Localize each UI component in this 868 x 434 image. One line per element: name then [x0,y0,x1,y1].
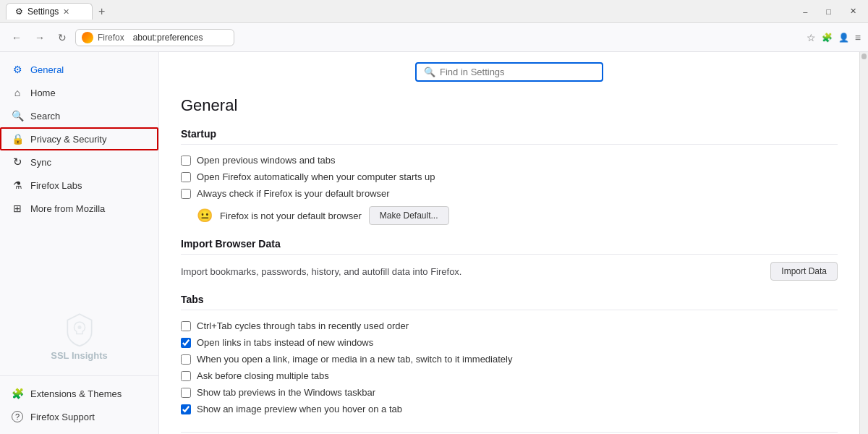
section-title: General [181,89,838,115]
sidebar-item-label: Search [30,111,60,122]
ctrl-tab-checkbox[interactable] [181,321,191,331]
tab-favicon: ⚙ [15,7,23,17]
default-check-checkbox[interactable] [181,189,191,199]
default-browser-text: Firefox is not your default browser [220,210,362,221]
sidebar-item-label: Extensions & Themes [30,388,122,399]
tab-previews-label[interactable]: Show tab previews in the Windows taskbar [197,387,375,398]
ssl-text: SSL Insights [51,350,108,361]
find-input[interactable] [440,67,595,77]
profile-icon[interactable]: 👤 [838,33,849,43]
switch-new-tab-checkbox[interactable] [181,354,191,365]
sidebar-item-sync[interactable]: ↻ Sync [0,150,158,174]
default-browser-emoji: 😐 [197,208,213,224]
sidebar-item-label: Firefox Labs [30,180,82,191]
ask-closing-checkbox[interactable] [181,371,191,381]
star-icon[interactable]: ☆ [807,32,816,43]
sidebar-item-home[interactable]: ⌂ Home [0,81,158,104]
sidebar-item-label: General [30,64,64,75]
open-prev-label[interactable]: Open previous windows and tabs [197,155,336,166]
option-default-check: Always check if Firefox is your default … [181,185,838,202]
ssl-logo-icon [61,311,98,347]
back-button[interactable]: ← [7,29,26,46]
image-preview-label[interactable]: Show an image preview when you hover on … [197,404,402,414]
sidebar-item-firefox-support[interactable]: ? Firefox Support [0,405,158,428]
sidebar-item-label: Sync [30,157,51,168]
open-links-tabs-checkbox[interactable] [181,338,191,348]
sidebar-item-label: Home [30,88,56,98]
sidebar-item-firefox-labs[interactable]: ⚗ Firefox Labs [0,174,158,197]
address-bar[interactable]: Firefox about:preferences [75,29,234,46]
ssl-watermark: SSL Insights [0,297,158,375]
auto-start-label[interactable]: Open Firefox automatically when your com… [197,171,435,182]
find-search-icon: 🔍 [424,67,435,77]
sidebar-item-label: Firefox Support [30,412,95,422]
nav-bar-right: ☆ 🧩 👤 ≡ [807,32,861,43]
address-url: about:preferences [133,33,203,43]
mozilla-icon: ⊞ [12,203,23,214]
tab-previews-checkbox[interactable] [181,388,191,398]
scrollbar[interactable] [859,52,868,434]
option-image-preview: Show an image preview when you hover on … [181,401,838,417]
default-check-label[interactable]: Always check if Firefox is your default … [197,188,390,199]
option-tab-previews: Show tab previews in the Windows taskbar [181,384,838,401]
import-section: Import Browser Data Import bookmarks, pa… [181,238,838,281]
import-data-button[interactable]: Import Data [770,262,838,281]
option-auto-start: Open Firefox automatically when your com… [181,169,838,185]
switch-new-tab-label[interactable]: When you open a link, image or media in … [197,354,512,365]
minimize-button[interactable]: – [797,6,813,17]
sidebar-item-more-mozilla[interactable]: ⊞ More from Mozilla [0,197,158,220]
browser-window: ⚙ Settings ✕ + – □ ✕ ← → ↻ Firefox about… [0,0,868,434]
new-tab-button[interactable]: + [95,5,108,18]
refresh-button[interactable]: ↻ [54,29,71,46]
ctrl-tab-label[interactable]: Ctrl+Tab cycles through tabs in recently… [197,320,409,331]
image-preview-checkbox[interactable] [181,404,191,414]
startup-section: Startup Open previous windows and tabs O… [181,128,838,225]
extensions-themes-icon: 🧩 [12,388,23,399]
svg-point-0 [77,326,81,329]
forward-button[interactable]: → [30,29,49,46]
menu-icon[interactable]: ≡ [855,32,861,43]
sidebar-nav: ⚙ General ⌂ Home 🔍 Search 🔒 Privacy & Se… [0,52,158,297]
default-browser-row: 😐 Firefox is not your default browser Ma… [197,206,838,225]
labs-icon: ⚗ [12,179,23,191]
lock-icon: 🔒 [12,133,23,145]
window-controls: – □ ✕ [797,5,862,17]
sidebar-item-extensions-themes[interactable]: 🧩 Extensions & Themes [0,382,158,405]
extensions-icon[interactable]: 🧩 [822,33,833,43]
option-open-links-tabs: Open links in tabs instead of new window… [181,334,838,351]
sidebar-bottom: 🧩 Extensions & Themes ? Firefox Support [0,375,158,434]
scrollbar-thumb[interactable] [861,54,867,59]
main-content: 🔍 General Startup Open previous windows … [159,52,859,434]
sync-icon: ↻ [12,156,23,168]
search-icon: 🔍 [12,110,23,122]
startup-title: Startup [181,128,838,145]
sidebar-item-general[interactable]: ⚙ General [0,58,158,81]
open-prev-checkbox[interactable] [181,156,191,166]
tabs-section: Tabs Ctrl+Tab cycles through tabs in rec… [181,294,838,417]
nav-bar: ← → ↻ Firefox about:preferences ☆ 🧩 👤 ≡ [0,23,868,52]
address-text: Firefox [98,33,124,43]
import-title: Import Browser Data [181,238,838,255]
open-links-tabs-label[interactable]: Open links in tabs instead of new window… [197,337,373,348]
tab-close-button[interactable]: ✕ [63,7,69,17]
auto-start-checkbox[interactable] [181,172,191,182]
sidebar-item-privacy[interactable]: 🔒 Privacy & Security [0,127,158,150]
ask-closing-label[interactable]: Ask before closing multiple tabs [197,370,329,381]
option-open-prev: Open previous windows and tabs [181,152,838,169]
home-icon: ⌂ [12,87,23,98]
active-tab[interactable]: ⚙ Settings ✕ [6,3,93,20]
page-body: ⚙ General ⌂ Home 🔍 Search 🔒 Privacy & Se… [0,52,868,434]
maximize-button[interactable]: □ [820,6,837,17]
sidebar: ⚙ General ⌂ Home 🔍 Search 🔒 Privacy & Se… [0,52,159,434]
import-description: Import bookmarks, passwords, history, an… [181,266,763,277]
sidebar-item-label: Privacy & Security [30,134,106,145]
close-button[interactable]: ✕ [844,5,862,17]
sidebar-item-search[interactable]: 🔍 Search [0,104,158,127]
title-bar-left: ⚙ Settings ✕ + [6,3,108,20]
make-default-button[interactable]: Make Default... [369,206,449,225]
section-divider [181,432,838,433]
find-bar-container: 🔍 [181,52,838,89]
option-switch-new-tab: When you open a link, image or media in … [181,351,838,367]
option-ask-closing: Ask before closing multiple tabs [181,367,838,384]
tab-title: Settings [27,7,59,17]
